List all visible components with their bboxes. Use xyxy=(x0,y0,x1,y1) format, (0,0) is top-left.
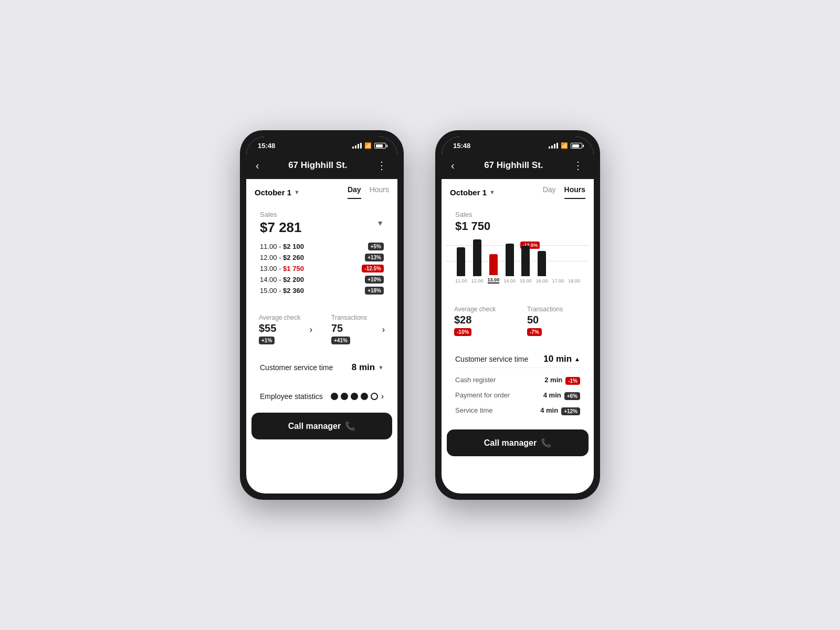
tab-hours-left[interactable]: Hours xyxy=(370,185,389,199)
sales-card-left: Sales $7 281 ▼ 11.00 - $2 100 +5% 12.00 … xyxy=(251,203,392,303)
wifi-icon: 📶 xyxy=(364,142,372,149)
table-row: 15.00 - $2 360 +18% xyxy=(260,285,384,296)
transactions-card-right[interactable]: Transactions 50 -7% xyxy=(520,299,589,342)
phone-left: 15:48 📶 ‹ 67 Highhill St xyxy=(240,130,404,500)
more-button-right[interactable]: ⋮ xyxy=(573,159,584,172)
average-check-card-right[interactable]: Average check $28 -10% xyxy=(447,299,516,342)
service-chevron-icon: ▼ xyxy=(378,364,384,371)
breakdown-row-1: Cash register 2 min -1% xyxy=(455,372,580,387)
chevron-down-icon-right: ▼ xyxy=(489,189,495,195)
bar-item: 14.00 xyxy=(501,244,518,284)
transactions-card-left[interactable]: Transactions 75 +41% › xyxy=(324,308,392,351)
employee-card-left[interactable]: Employee statistics › xyxy=(251,384,392,408)
table-row: 14.00 - $2 200 +10% xyxy=(260,274,384,285)
bar-item: 16.00 xyxy=(534,251,550,284)
sales-rows-left: 11.00 - $2 100 +5% 12.00 - $2 260 +13% 1… xyxy=(260,241,384,296)
bar-item: 12.00 xyxy=(469,239,486,284)
header-title-left: 67 Highhill St. xyxy=(288,160,347,171)
tab-hours-right[interactable]: Hours xyxy=(564,185,585,199)
status-bar-left: 15:48 📶 xyxy=(246,136,397,154)
sales-chart-card-right: Sales $1 750 -12.5% 11.00 xyxy=(447,203,589,295)
dot-3 xyxy=(351,393,358,400)
date-label-left: October 1 xyxy=(255,188,291,197)
trans-arrow-icon: › xyxy=(382,325,385,334)
tabs-left: Day Hours xyxy=(348,185,389,199)
sales-value-left: $7 281 xyxy=(260,219,302,236)
average-check-card-left[interactable]: Average check $55 +1% › xyxy=(251,308,320,351)
employee-dots xyxy=(331,393,378,400)
bar-item: 15.00 xyxy=(518,246,534,284)
tab-day-left[interactable]: Day xyxy=(348,185,361,199)
header-title-right: 67 Highhill St. xyxy=(484,160,543,171)
date-selector-left[interactable]: October 1 ▼ xyxy=(255,188,300,197)
dot-5 xyxy=(371,393,378,400)
sales-chevron: ▼ xyxy=(376,219,384,227)
breakdown-row-2: Payment for order 4 min +6% xyxy=(455,387,580,403)
tab-bar-right: October 1 ▼ Day Hours xyxy=(442,179,594,199)
service-header-right: Customer service time 10 min ▲ xyxy=(455,354,580,368)
bar-item: 17.00 xyxy=(550,276,566,284)
tab-day-right[interactable]: Day xyxy=(543,185,556,199)
dot-2 xyxy=(341,393,348,400)
back-button-left[interactable]: ‹ xyxy=(256,160,259,172)
service-card-left: Customer service time 8 min ▼ xyxy=(251,355,392,380)
table-row: 12.00 - $2 260 +13% xyxy=(260,252,384,263)
bar-chart: -12.5% 11.00 12.00 13.00 xyxy=(447,237,589,295)
date-selector-right[interactable]: October 1 ▼ xyxy=(450,188,495,197)
battery-icon-right xyxy=(571,143,582,149)
phone-right: 15:48 📶 ‹ 67 Highhill St xyxy=(435,130,600,500)
phone-icon: 📞 xyxy=(345,421,355,431)
chart-bars: 11.00 12.00 13.00 14.00 xyxy=(453,242,582,284)
wifi-icon-right: 📶 xyxy=(561,142,568,149)
tabs-right: Day Hours xyxy=(543,185,585,199)
dot-4 xyxy=(361,393,368,400)
signal-icon xyxy=(352,143,362,149)
metrics-row-right: Average check $28 -10% Transactions 50 -… xyxy=(447,299,589,342)
service-row-left: Customer service time 8 min ▼ xyxy=(260,362,384,373)
battery-icon xyxy=(374,143,386,149)
phone-icon-right: 📞 xyxy=(541,438,551,448)
employee-arrow-icon: › xyxy=(381,392,384,401)
status-icons-right: 📶 xyxy=(549,142,582,149)
time-left: 15:48 xyxy=(258,142,275,150)
app-header-right: ‹ 67 Highhill St. ⋮ xyxy=(442,154,594,179)
service-card-right: Customer service time 10 min ▲ Cash regi… xyxy=(447,346,589,425)
call-manager-button-right[interactable]: Call manager 📞 xyxy=(447,429,589,456)
table-row: 13.00 - $1 750 -12.5% xyxy=(260,263,384,274)
signal-icon-right xyxy=(549,143,558,149)
date-label-right: October 1 xyxy=(450,188,487,197)
status-icons-left: 📶 xyxy=(352,142,386,149)
table-row: 11.00 - $2 100 +5% xyxy=(260,241,384,252)
status-bar-right: 15:48 📶 xyxy=(442,136,594,154)
breakdown-row-3: Service time 4 min +12% xyxy=(455,403,580,418)
call-manager-button-left[interactable]: Call manager 📞 xyxy=(251,413,392,439)
caret-up-icon: ▲ xyxy=(574,356,580,362)
sales-label-left: Sales xyxy=(260,211,302,218)
bar-item: 18.00 xyxy=(566,276,582,284)
check-arrow-icon: › xyxy=(310,325,312,334)
tab-bar-left: October 1 ▼ Day Hours xyxy=(246,179,397,199)
app-header-left: ‹ 67 Highhill St. ⋮ xyxy=(246,154,397,179)
time-right: 15:48 xyxy=(453,142,470,150)
bar-item: 11.00 xyxy=(453,247,469,284)
employee-row-left: Employee statistics › xyxy=(260,392,384,401)
chevron-down-icon: ▼ xyxy=(294,189,300,195)
back-button-right[interactable]: ‹ xyxy=(451,160,455,172)
more-button-left[interactable]: ⋮ xyxy=(376,159,388,172)
service-breakdown: Cash register 2 min -1% Payment for orde… xyxy=(455,368,580,418)
dot-1 xyxy=(331,393,338,400)
bar-item-active: 13.00 xyxy=(486,254,502,284)
metrics-row-left: Average check $55 +1% › Transactions 75 … xyxy=(251,308,392,351)
